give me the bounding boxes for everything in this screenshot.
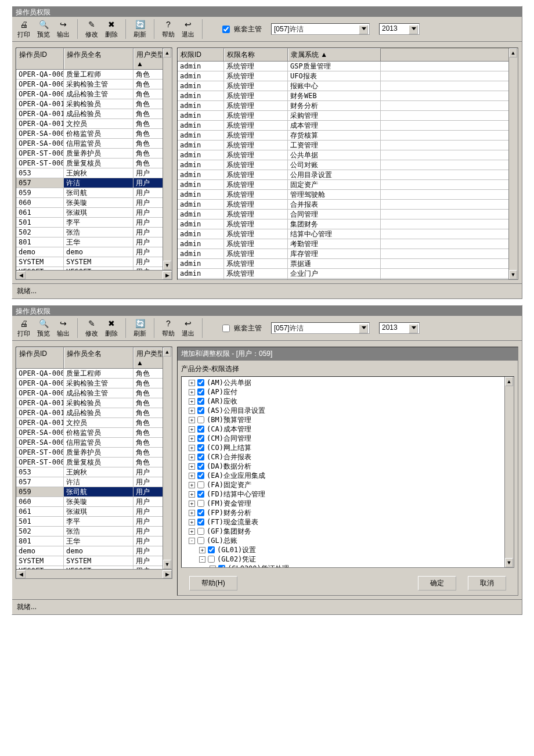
vscrollbar[interactable]: ▲▼ <box>163 347 172 569</box>
grid-header-cell[interactable]: 隶属系统 ▲ <box>288 48 381 61</box>
account-admin-check[interactable]: 账套主管 <box>220 323 262 334</box>
scroll-down-icon[interactable]: ▼ <box>163 261 171 270</box>
tree-checkbox[interactable] <box>197 463 204 470</box>
tree-node[interactable]: +(DA)数据分析 <box>182 462 514 471</box>
vscrollbar[interactable]: ▲▼ <box>163 48 172 270</box>
year-combo[interactable]: 2013 <box>379 322 420 334</box>
tree-node[interactable]: +(EA)企业应用集成 <box>182 471 514 480</box>
tree-node[interactable]: +(BM)预算管理 <box>182 415 514 424</box>
table-row[interactable]: OPER-QA-0008采购检验主管角色 <box>16 379 172 388</box>
grid-header-cell[interactable]: 操作员全名 <box>64 48 134 69</box>
toolbar-button-预览[interactable]: 🔍预览 <box>35 19 52 39</box>
table-row[interactable]: 502张浩用户 <box>16 527 172 537</box>
table-row[interactable]: 801王华用户 <box>16 537 172 546</box>
tree-expand-icon[interactable]: + <box>189 445 195 451</box>
table-row[interactable]: 053王婉秋用户 <box>16 467 172 477</box>
year-combo[interactable]: 2013 <box>379 23 420 35</box>
table-row[interactable]: admin系统管理结算中心管理 <box>178 229 518 239</box>
tree-checkbox[interactable] <box>197 500 204 507</box>
toolbar-button-帮助[interactable]: ?帮助 <box>160 318 176 338</box>
table-row[interactable]: admin系统管理报账中心 <box>178 81 518 91</box>
scroll-right-icon[interactable]: ▶ <box>163 570 172 578</box>
tree-node[interactable]: +(FP)财务分析 <box>182 508 514 517</box>
tree-node[interactable]: +(FD)结算中心管理 <box>182 489 514 499</box>
scroll-down-icon[interactable]: ▼ <box>163 560 171 569</box>
table-row[interactable]: OPER-QA-0009成品检验主管角色 <box>16 388 172 398</box>
table-row[interactable]: 060张美璇用户 <box>16 198 172 208</box>
account-admin-checkbox[interactable] <box>222 26 230 33</box>
hscrollbar[interactable]: ◀▶ <box>16 569 172 578</box>
table-row[interactable]: admin系统管理集团财务 <box>178 219 518 229</box>
tree-node[interactable]: +(AM)公共单据 <box>182 378 514 387</box>
grid-header-cell[interactable]: 权限ID <box>178 48 224 61</box>
user-combo[interactable]: [057]许洁 <box>271 23 370 35</box>
table-row[interactable]: 502张浩用户 <box>16 228 172 237</box>
tree-checkbox[interactable] <box>197 444 204 451</box>
tree-expand-icon[interactable]: + <box>189 482 195 488</box>
tree-expand-icon[interactable]: + <box>189 417 195 423</box>
tree-node[interactable]: +(GL0200)凭证处理 <box>182 564 514 568</box>
tree-checkbox[interactable] <box>197 453 204 460</box>
table-row[interactable]: OPER-QA-0008采购检验主管角色 <box>16 80 172 89</box>
table-row[interactable]: admin系统管理票据通 <box>178 259 518 269</box>
table-row[interactable]: SYSTEMSYSTEM用户 <box>16 556 172 566</box>
tree-node[interactable]: -(GL)总账 <box>182 536 514 545</box>
tree-node[interactable]: +(FA)固定资产 <box>182 480 514 489</box>
tree-checkbox[interactable] <box>197 481 204 488</box>
tree-expand-icon[interactable]: + <box>189 389 195 395</box>
tree-checkbox[interactable] <box>197 398 204 405</box>
table-row[interactable]: OPER-QA-0012文控员角色 <box>16 119 172 129</box>
table-row[interactable]: OPER-ST-0003质量养护员角色 <box>16 149 172 159</box>
table-row[interactable]: 501李平用户 <box>16 218 172 228</box>
table-row[interactable]: OPER-ST-0003质量养护员角色 <box>16 448 172 458</box>
tree-expand-icon[interactable]: + <box>199 547 205 553</box>
table-row[interactable]: admin系统管理存货核算 <box>178 131 518 141</box>
table-row[interactable]: admin系统管理企业应用集成 <box>178 279 518 280</box>
table-row[interactable]: 061张淑琪用户 <box>16 507 172 517</box>
tree-checkbox[interactable] <box>197 509 204 516</box>
toolbar-button-刷新[interactable]: 🔄刷新 <box>132 19 148 39</box>
table-row[interactable]: admin系统管理合同管理 <box>178 210 518 219</box>
ok-button[interactable]: 确定 <box>418 576 456 591</box>
tree-expand-icon[interactable]: + <box>189 510 195 516</box>
tree-checkbox[interactable] <box>197 472 204 479</box>
table-row[interactable]: admin系统管理公司对账 <box>178 160 518 170</box>
toolbar-button-修改[interactable]: ✎修改 <box>84 318 100 338</box>
tree-node[interactable]: +(GF)集团财务 <box>182 527 514 536</box>
toolbar-button-预览[interactable]: 🔍预览 <box>35 318 52 338</box>
tree-expand-icon[interactable]: + <box>210 566 216 568</box>
hscrollbar[interactable]: ◀▶ <box>16 270 172 279</box>
grid-header-cell[interactable]: 操作员ID <box>16 48 64 69</box>
tree-node[interactable]: +(CM)合同管理 <box>182 434 514 443</box>
tree-node[interactable]: +(FT)现金流量表 <box>182 517 514 527</box>
tree-node[interactable]: +(CO)网上结算 <box>182 443 514 452</box>
help-button[interactable]: 帮助(H) <box>189 576 237 591</box>
toolbar-button-刷新[interactable]: 🔄刷新 <box>132 318 148 338</box>
toolbar-button-打印[interactable]: 🖨打印 <box>16 318 32 338</box>
tree-checkbox[interactable] <box>197 379 204 386</box>
scroll-right-icon[interactable]: ▶ <box>163 271 172 279</box>
toolbar-button-删除[interactable]: ✖删除 <box>103 318 120 338</box>
tree-expand-icon[interactable]: + <box>189 473 195 479</box>
table-row[interactable]: admin系统管理财务WEB <box>178 91 518 101</box>
table-row[interactable]: OPER-SA-0003信用监管员角色 <box>16 139 172 149</box>
tree-node[interactable]: +(GL01)设置 <box>182 545 514 555</box>
cancel-button[interactable]: 取消 <box>468 576 506 591</box>
tree-expand-icon[interactable]: + <box>189 454 195 460</box>
table-row[interactable]: demodemo用户 <box>16 546 172 556</box>
table-row[interactable]: admin系统管理采购管理 <box>178 111 518 121</box>
toolbar-button-删除[interactable]: ✖删除 <box>103 19 120 39</box>
tree-checkbox[interactable] <box>197 416 204 423</box>
scroll-down-icon[interactable]: ▼ <box>509 270 517 279</box>
tree-node[interactable]: +(AR)应收 <box>182 397 514 406</box>
table-row[interactable]: 059张司航用户 <box>16 188 172 198</box>
toolbar-button-修改[interactable]: ✎修改 <box>84 19 100 39</box>
table-row[interactable]: OPER-QA-0011成品检验员角色 <box>16 408 172 418</box>
table-row[interactable]: OPER-QA-0012文控员角色 <box>16 418 172 428</box>
tree-expand-icon[interactable]: + <box>189 519 195 525</box>
table-row[interactable]: OPER-QA-0009成品检验主管角色 <box>16 89 172 99</box>
table-row[interactable]: OPER-SA-0002价格监管员角色 <box>16 428 172 438</box>
grid-header-cell[interactable]: 操作员全名 <box>64 347 134 368</box>
table-row[interactable]: OPER-SA-0003信用监管员角色 <box>16 438 172 448</box>
scroll-left-icon[interactable]: ◀ <box>16 271 26 279</box>
